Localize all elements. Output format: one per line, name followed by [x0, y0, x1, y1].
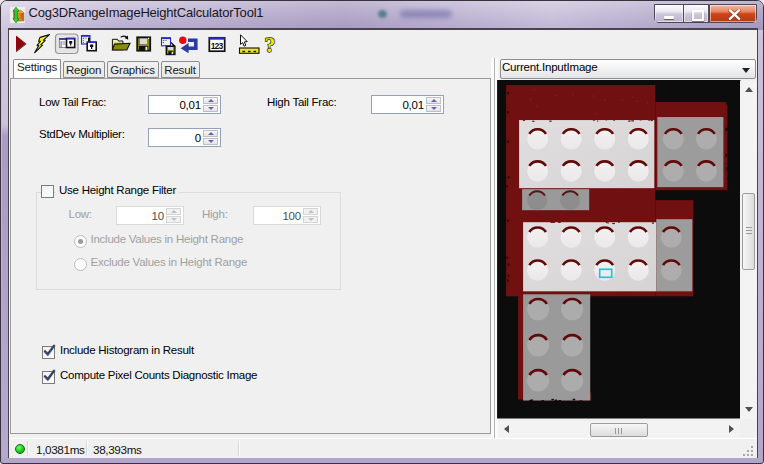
svg-text:123: 123 [211, 41, 224, 51]
svg-text:?: ? [265, 32, 276, 57]
